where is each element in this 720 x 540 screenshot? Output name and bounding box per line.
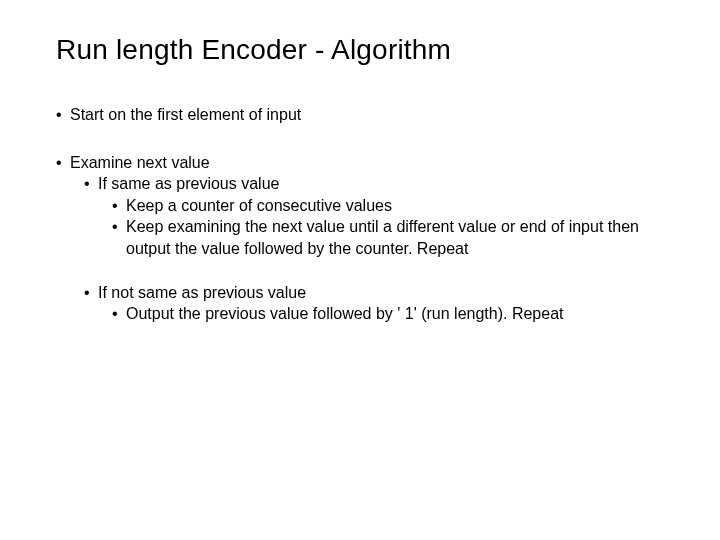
slide: Run length Encoder - Algorithm • Start o… bbox=[0, 0, 720, 540]
bullet-icon: • bbox=[56, 152, 70, 174]
bullet-level3: • Keep a counter of consecutive values bbox=[112, 195, 664, 217]
bullet-icon: • bbox=[56, 104, 70, 126]
bullet-text: Keep a counter of consecutive values bbox=[126, 195, 664, 217]
bullet-text: Output the previous value followed by ' … bbox=[126, 303, 664, 325]
bullet-text: If not same as previous value bbox=[98, 282, 664, 304]
bullet-level1: • Start on the first element of input bbox=[56, 104, 664, 126]
bullet-icon: • bbox=[84, 173, 98, 195]
bullet-icon: • bbox=[112, 195, 126, 217]
bullet-icon: • bbox=[84, 282, 98, 304]
slide-body: • Start on the first element of input • … bbox=[56, 104, 664, 325]
bullet-level1: • Examine next value bbox=[56, 152, 664, 174]
slide-title: Run length Encoder - Algorithm bbox=[56, 34, 664, 66]
bullet-level3: • Keep examining the next value until a … bbox=[112, 216, 664, 259]
bullet-level3: • Output the previous value followed by … bbox=[112, 303, 664, 325]
bullet-level2: • If same as previous value bbox=[84, 173, 664, 195]
bullet-icon: • bbox=[112, 303, 126, 325]
bullet-level2: • If not same as previous value bbox=[84, 282, 664, 304]
bullet-text: Examine next value bbox=[70, 152, 664, 174]
bullet-text: Start on the first element of input bbox=[70, 104, 664, 126]
bullet-text: Keep examining the next value until a di… bbox=[126, 216, 664, 259]
bullet-icon: • bbox=[112, 216, 126, 238]
bullet-text: If same as previous value bbox=[98, 173, 664, 195]
